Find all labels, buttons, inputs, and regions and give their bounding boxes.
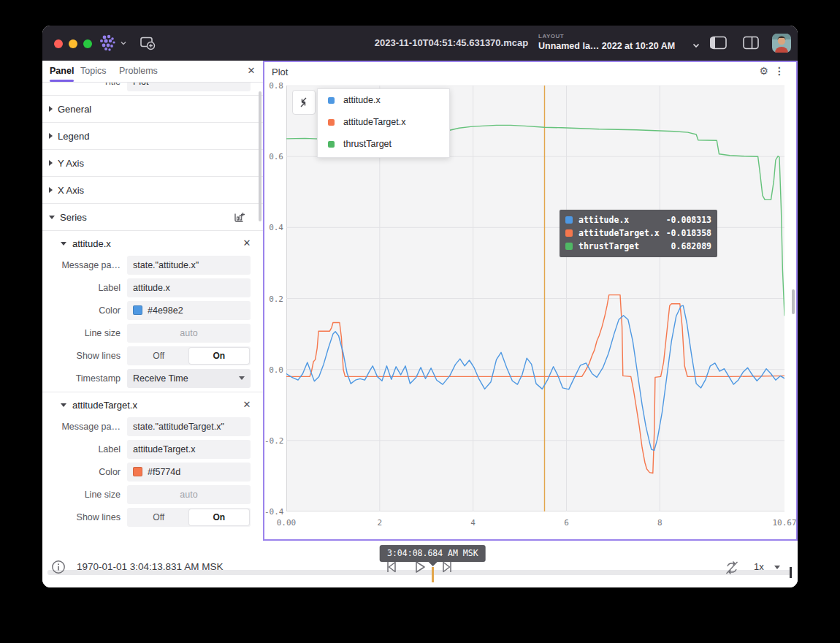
label-input[interactable]: attitudeTarget.x [127,440,251,459]
color-input[interactable]: #4e98e2 [127,301,251,320]
panel-settings-gear-icon[interactable]: ⚙ [759,65,768,77]
collapse-legend-button[interactable] [292,90,316,115]
speed-caret-icon[interactable] [774,566,780,569]
timestamp-select[interactable]: Receive Time [127,369,251,388]
legend-label: attitude.x [343,95,381,105]
caret-right-icon [49,106,53,112]
series-header-attitude-x[interactable]: attitude.x ✕ [42,231,263,256]
tooltip-row: thrustTarget 0.682089 [565,240,711,253]
title-row-clipped: Title Plot [42,83,263,95]
toggle-right-sidebar-button[interactable] [742,35,760,51]
legend-item-attitude-target-x[interactable]: attitudeTarget.x [318,111,449,133]
user-avatar[interactable] [772,34,791,53]
app-menu-chevron-icon[interactable] [120,39,127,47]
toggle-left-sidebar-button[interactable] [710,35,728,51]
section-general-label: General [58,104,91,115]
show-lines-off-button[interactable]: Off [129,509,189,525]
panel-menu-dots-icon[interactable]: ⋮ [774,65,784,77]
show-lines-on-button[interactable]: On [189,509,250,525]
y-tick-label: 0.2 [264,294,283,304]
series-header-attitude-target-x[interactable]: attitudeTarget.x ✕ [42,392,263,417]
color-swatch[interactable] [133,305,142,315]
tab-panel-underline [50,80,74,82]
close-window-button[interactable] [54,39,63,48]
legend-swatch [328,119,335,126]
color-swatch[interactable] [133,467,142,476]
foxglove-logo-icon[interactable] [98,34,117,53]
caret-down-icon [61,403,66,407]
tooltip-series-name: attitude.x [579,215,666,225]
color-input[interactable]: #f5774d [127,463,251,482]
timestamp-label: Timestamp [42,373,127,384]
series-name: attitudeTarget.x [72,400,137,411]
tooltip-swatch [565,216,573,224]
line-size-label: Line size [42,328,127,338]
layout-name: Unnamed la… 2022 at 10:20 AM [538,41,700,51]
show-lines-on-button[interactable]: On [189,348,250,364]
plot-panel-header: Plot ⚙ ⋮ [264,62,796,81]
remove-series-icon[interactable]: ✕ [241,399,253,411]
tooltip-swatch [565,229,573,237]
playback-speed-selector[interactable]: 1x [754,561,764,572]
label-input[interactable]: attitude.x [127,278,251,297]
line-size-input[interactable]: auto [127,324,251,343]
tooltip-series-value: 0.682089 [671,241,711,251]
show-lines-label: Show lines [42,512,127,522]
label-label: Label [42,444,127,454]
section-legend[interactable]: Legend [42,123,263,150]
caret-right-icon [49,133,53,139]
section-series[interactable]: Series [42,204,263,231]
minimize-window-button[interactable] [69,39,77,48]
y-tick-label: 0.4 [264,223,283,232]
zoom-window-button[interactable] [83,39,92,48]
y-tick-label: -0.2 [264,436,283,446]
color-hex: #4e98e2 [148,305,183,316]
plot-panel[interactable]: Plot ⚙ ⋮ 0.80.60.40.20.0-0.2-0.4 0.00246… [263,61,798,541]
tab-problems[interactable]: Problems [119,61,158,81]
message-path-input[interactable]: state."attitude.x" [127,256,251,275]
tab-panel[interactable]: Panel [50,61,74,81]
x-tick-label: 10.67 [768,518,798,528]
playhead-marker[interactable] [432,567,434,582]
label-label: Label [42,283,127,293]
line-size-input[interactable]: auto [127,485,251,504]
current-timestamp: 1970-01-01 3:04:13.831 AM MSK [77,561,223,572]
show-lines-label: Show lines [42,351,127,361]
title-field-input[interactable]: Plot [127,83,251,91]
tooltip-series-name: attitudeTarget.x [579,228,666,238]
layout-selector[interactable]: LAYOUT Unnamed la… 2022 at 10:20 AM [538,30,700,56]
section-y-axis[interactable]: Y Axis [42,150,263,177]
add-series-button[interactable] [234,211,245,223]
legend-item-thrust-target[interactable]: thrustTarget [318,133,449,155]
x-tick-label: 6 [551,518,583,528]
tab-topics[interactable]: Topics [80,61,106,81]
message-path-input[interactable]: state."attitudeTarget.x" [127,417,251,436]
x-tick-label: 4 [457,518,489,528]
color-label: Color [42,467,127,477]
y-tick-label: 0.6 [264,152,283,161]
sidebar-scrollbar[interactable] [259,91,261,221]
show-lines-off-button[interactable]: Off [129,348,189,364]
close-sidebar-icon[interactable]: ✕ [245,65,257,77]
remove-series-icon[interactable]: ✕ [241,237,253,249]
y-tick-label: -0.4 [264,507,283,517]
app-window: 2023-11-10T04:51:45.631370.mcap LAYOUT U… [42,26,798,587]
add-panel-button[interactable] [139,34,156,52]
data-source-info-button[interactable] [51,560,66,574]
series-name: attitude.x [72,238,111,249]
section-general[interactable]: General [42,96,263,123]
legend-item-attitude-x[interactable]: attitude.x [318,89,449,111]
section-legend-label: Legend [58,131,89,142]
caret-right-icon [49,187,53,193]
tooltip-row: attitudeTarget.x -0.018358 [565,227,711,240]
tab-panel-label: Panel [50,66,74,76]
section-series-label: Series [60,212,87,223]
plot-legend: attitude.x attitudeTarget.x thrustTarget [317,88,450,158]
section-x-axis[interactable]: X Axis [42,177,263,204]
x-tick-label: 0.00 [270,518,302,528]
loop-off-button[interactable] [724,560,740,576]
caret-right-icon [49,160,53,166]
plot-scrollbar[interactable] [792,289,795,314]
timeline-end-marker [790,567,792,578]
y-tick-label: 0.0 [264,365,283,375]
